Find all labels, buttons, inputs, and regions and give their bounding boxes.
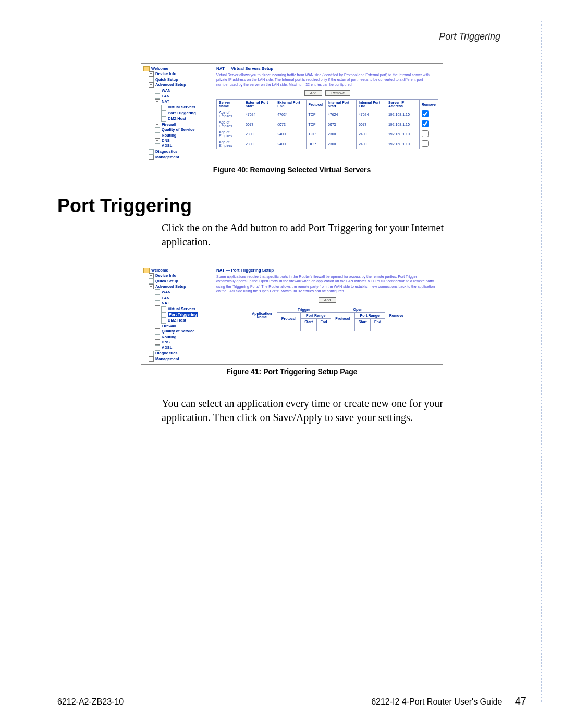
nav-item[interactable]: LAN <box>143 93 211 99</box>
nav-item[interactable]: NAT <box>143 99 211 104</box>
add-button[interactable]: Add <box>319 297 336 303</box>
page-icon <box>155 345 160 351</box>
table-cell: 192.168.1.10 <box>386 139 419 149</box>
nav-item-label: NAT <box>162 301 169 306</box>
table-cell: 6073 <box>243 119 275 129</box>
page-icon <box>161 306 166 312</box>
nav-item[interactable]: DNS <box>143 138 211 143</box>
tree-node-icon <box>155 301 160 306</box>
nav-item-label: Device Info <box>155 273 176 278</box>
nav-item-label: ADSL <box>162 345 172 350</box>
remove-checkbox[interactable] <box>422 110 429 117</box>
nav-item[interactable]: WAN <box>143 289 211 295</box>
tree-node-icon <box>155 335 160 340</box>
table-cell: Age of Empires <box>217 139 243 149</box>
nav-item[interactable]: Advanced Setup <box>143 82 211 88</box>
nav-item-label: Routing <box>162 133 176 138</box>
table-cell: TCP <box>306 109 325 119</box>
tree-node-icon <box>149 273 154 278</box>
panel-desc: Virtual Server allows you to direct inco… <box>216 72 435 87</box>
table-row: Age of Empires23002400UDP23002400192.168… <box>217 139 438 149</box>
table-header: Internal Port End <box>356 100 386 109</box>
nav-item-label: Device Info <box>155 71 176 77</box>
nav-item[interactable]: Port Triggering <box>143 312 211 318</box>
nav-item[interactable]: Port Triggering <box>143 110 211 116</box>
nav-item[interactable]: Virtual Servers <box>143 105 211 110</box>
nav-item[interactable]: Quick Setup <box>143 278 211 284</box>
tree-node-icon <box>149 356 154 362</box>
table-cell: 47624 <box>275 109 306 119</box>
table-cell: 2300 <box>243 139 275 149</box>
folder-icon <box>143 268 150 273</box>
nav-item-label: ADSL <box>162 143 172 149</box>
nav-item[interactable]: Device Info <box>143 71 211 77</box>
th-application: Application Name <box>247 306 277 325</box>
nav-item-label: LAN <box>162 94 169 99</box>
nav-item-label: Management <box>155 155 179 160</box>
table-cell: 2400 <box>275 129 306 139</box>
nav-item[interactable]: WAN <box>143 88 211 93</box>
tree-node-icon <box>155 133 160 138</box>
nav-item[interactable]: Advanced Setup <box>143 284 211 289</box>
port-triggering-table: Application Name Trigger Open Remove Pro… <box>247 306 408 331</box>
nav-item[interactable]: Diagnostics <box>143 149 211 155</box>
nav-item-label: Port Triggering <box>168 110 196 116</box>
nav-item[interactable]: Quality of Service <box>143 127 211 133</box>
nav-item-label: DMZ Host <box>168 116 186 121</box>
nav-item[interactable]: DMZ Host <box>143 116 211 122</box>
nav-item[interactable]: LAN <box>143 295 211 301</box>
table-cell: Age of Empires <box>217 109 243 119</box>
table-cell: 2300 <box>325 139 356 149</box>
nav-item[interactable]: NAT <box>143 301 211 306</box>
footer-right: 6212-I2 4-Port Router User's Guide <box>371 697 502 706</box>
tree-node-icon <box>149 155 154 160</box>
panel-desc: Some applications require that specific … <box>216 274 435 294</box>
nav-item[interactable]: Device Info <box>143 273 211 278</box>
remove-cell <box>419 119 438 129</box>
nav-item-label: Advanced Setup <box>155 82 186 88</box>
th-end: End <box>371 318 385 325</box>
remove-checkbox[interactable] <box>422 130 429 137</box>
nav-item-label: Management <box>155 356 179 362</box>
nav-item[interactable]: ADSL <box>143 345 211 351</box>
nav-item[interactable]: Firewall <box>143 324 211 329</box>
section-paragraph-2: You can select an application every time… <box>162 397 464 425</box>
nav-item[interactable]: Routing <box>143 335 211 340</box>
page-icon <box>155 143 160 149</box>
table-cell: 2400 <box>275 139 306 149</box>
nav-item-label: WAN <box>162 290 171 295</box>
nav-item-label: Quick Setup <box>155 77 178 82</box>
nav-tree: WelcomeDevice InfoQuick SetupAdvanced Se… <box>141 64 212 163</box>
table-cell: Age of Empires <box>217 119 243 129</box>
nav-item[interactable]: Quality of Service <box>143 329 211 335</box>
nav-item[interactable]: ADSL <box>143 143 211 149</box>
table-header: Internal Port Start <box>325 100 356 109</box>
table-cell: 2300 <box>325 129 356 139</box>
nav-item[interactable]: Welcome <box>143 268 211 273</box>
table-cell: TCP <box>306 119 325 129</box>
nav-item[interactable]: Quick Setup <box>143 77 211 82</box>
add-button[interactable]: Add <box>304 90 322 96</box>
remove-checkbox[interactable] <box>422 140 429 147</box>
remove-checkbox[interactable] <box>422 120 429 127</box>
nav-item[interactable]: Management <box>143 356 211 362</box>
remove-button[interactable]: Remove <box>325 90 350 96</box>
th-trigger: Trigger <box>277 306 331 312</box>
remove-cell <box>419 129 438 139</box>
table-header: External Port Start <box>243 100 275 109</box>
nav-item[interactable]: DMZ Host <box>143 318 211 324</box>
nav-item[interactable]: Welcome <box>143 66 211 71</box>
table-cell: 47624 <box>325 109 356 119</box>
th-proto: Protocol <box>331 312 355 325</box>
nav-item[interactable]: Virtual Servers <box>143 306 211 312</box>
nav-item[interactable]: Diagnostics <box>143 351 211 356</box>
table-row: Age of Empires60736073TCP60736073192.168… <box>217 119 438 129</box>
table-row: Age of Empires4762447624TCP4762447624192… <box>217 109 438 119</box>
page-icon <box>155 295 160 301</box>
nav-item-label: Advanced Setup <box>155 284 186 289</box>
nav-item[interactable]: DNS <box>143 340 211 345</box>
nav-item[interactable]: Management <box>143 155 211 160</box>
nav-item[interactable]: Routing <box>143 133 211 138</box>
nav-item[interactable]: Firewall <box>143 122 211 127</box>
virtual-servers-table: Server NameExternal Port StartExternal P… <box>216 99 438 149</box>
